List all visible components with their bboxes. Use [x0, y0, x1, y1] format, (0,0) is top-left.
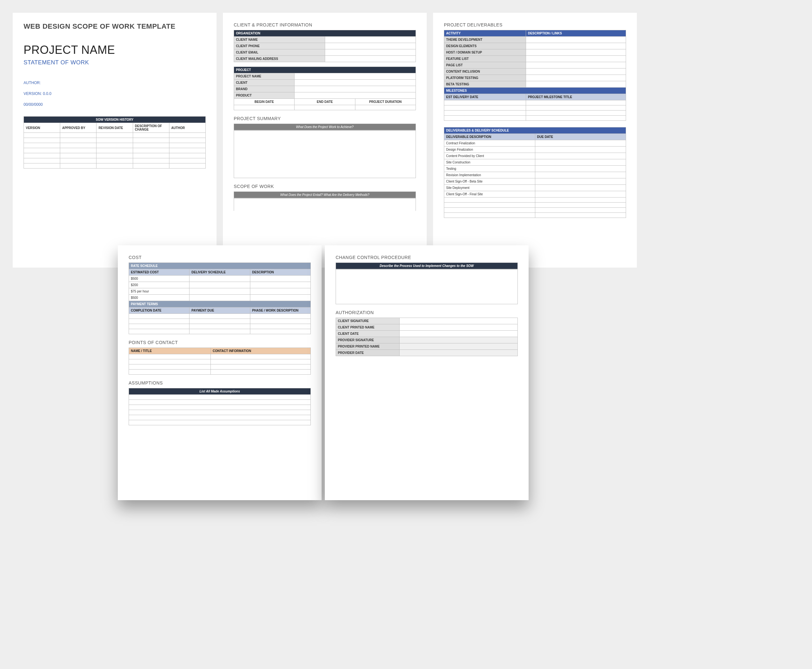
author-label: AUTHOR: [23, 81, 206, 85]
scope-prompt: What Does the Project Entail? What Are t… [234, 192, 416, 198]
authorization-table: CLIENT SIGNATURE CLIENT PRINTED NAME CLI… [336, 318, 518, 356]
table-row: FEATURE LIST [444, 56, 626, 62]
table-row: CLIENT [234, 80, 416, 86]
table-row: Site Construction [444, 159, 626, 166]
table-row: CLIENT DATE [336, 331, 518, 337]
table-row: PRODUCT [234, 92, 416, 99]
table-row: $75 per hour [129, 288, 311, 295]
table-row: BEGIN DATE END DATE PROJECT DURATION [234, 99, 416, 105]
assumptions-table: List All Made Assumptions [129, 388, 311, 425]
table-row [444, 213, 626, 218]
table-row: $500 [129, 276, 311, 282]
col-version: VERSION [24, 123, 60, 133]
table-row: CLIENT PHONE [234, 43, 416, 49]
section-scope-of-work: SCOPE OF WORK [234, 184, 416, 189]
col-project-milestone-title: PROJECT MILESTONE TITLE [526, 94, 626, 100]
template-title: WEB DESIGN SCOPE OF WORK TEMPLATE [23, 22, 206, 30]
table-row [129, 370, 311, 375]
col-author: AUTHOR [169, 123, 205, 133]
table-row: Content Provided by Client [444, 153, 626, 159]
table-row: $500 [129, 295, 311, 301]
table-row: Design Finalization [444, 146, 626, 153]
table-row [129, 400, 311, 405]
change-control-textarea [336, 269, 518, 304]
table-row: BETA TESTING [444, 81, 626, 87]
col-payment-due: PAYMENT DUE [190, 308, 250, 314]
table-row: HOST / DOMAIN SETUP [444, 49, 626, 56]
page-5: CHANGE CONTROL PROCEDURE Describe the Pr… [325, 245, 528, 500]
section-client-project-info: CLIENT & PROJECT INFORMATION [234, 22, 416, 27]
table-row [129, 395, 311, 400]
payment-terms-header: PAYMENT TERMS [129, 301, 311, 308]
table-row [129, 314, 311, 319]
section-authorization: AUTHORIZATION [336, 310, 518, 315]
table-row [444, 203, 626, 208]
col-description: DESCRIPTION [250, 269, 310, 276]
table-row: CLIENT SIGNATURE [336, 318, 518, 324]
col-contact-information: CONTACT INFORMATION [210, 348, 310, 354]
table-row [24, 158, 206, 163]
history-header: SOW VERSION HISTORY [24, 117, 206, 123]
project-table: PROJECT PROJECT NAME CLIENT BRAND PRODUC… [234, 67, 416, 110]
table-row [444, 208, 626, 213]
table-row: THEME DEVELOPMENT [444, 37, 626, 43]
table-row: CLIENT MAILING ADDRESS [234, 56, 416, 62]
change-control-box: Describe the Process Used to Implement C… [336, 262, 518, 269]
table-row [444, 106, 626, 111]
summary-prompt: What Does the Project Work to Achieve? [234, 124, 416, 130]
delivery-schedule-table: DELIVERABLES & DELIVERY SCHEDULE DELIVER… [444, 127, 626, 218]
col-completion-date: COMPLETION DATE [129, 308, 190, 314]
table-row [24, 143, 206, 148]
col-est-delivery-date: EST DELIVERY DATE [444, 94, 526, 100]
table-row: CONTENT INCLUSION [444, 69, 626, 75]
table-row: DESIGN ELEMENTS [444, 43, 626, 49]
table-row: PLATFORM TESTING [444, 75, 626, 81]
table-row: Site Deployment [444, 185, 626, 191]
scope-box: What Does the Project Entail? What Are t… [234, 192, 416, 198]
table-row: BRAND [234, 86, 416, 92]
project-header: PROJECT [234, 67, 416, 73]
project-title: PROJECT NAME [23, 43, 206, 57]
col-description-of-change: DESCRIPTION OF CHANGE [133, 123, 169, 133]
milestones-header: MILESTONES [444, 87, 626, 94]
rate-schedule-table: RATE SCHEDULE ESTIMATED COST DELIVERY SC… [129, 262, 311, 334]
table-row [24, 138, 206, 143]
organization-table: ORGANIZATION CLIENT NAME CLIENT PHONE CL… [234, 30, 416, 62]
table-row [129, 324, 311, 329]
table-row [444, 100, 626, 106]
col-description-links: DESCRIPTION / LINKS [526, 30, 626, 37]
page-3: PROJECT DELIVERABLES ACTIVITY DESCRIPTIO… [433, 13, 637, 267]
table-row: Contract Finalization [444, 140, 626, 146]
date-label: 00/00/0000 [23, 102, 206, 107]
section-assumptions: ASSUMPTIONS [129, 380, 311, 385]
project-summary-box: What Does the Project Work to Achieve? [234, 124, 416, 130]
col-revision-date: REVISION DATE [96, 123, 133, 133]
col-phase-work-description: PHASE / WORK DESCRIPTION [250, 308, 310, 314]
table-row: $200 [129, 282, 311, 288]
table-row: PROVIDER PRINTED NAME [336, 343, 518, 350]
col-delivery-schedule: DELIVERY SCHEDULE [190, 269, 250, 276]
rate-schedule-header: RATE SCHEDULE [129, 263, 311, 269]
table-row [129, 365, 311, 370]
scope-textarea [234, 198, 416, 211]
table-row: Revision Implementation [444, 172, 626, 178]
points-of-contact-table: NAME / TITLE CONTACT INFORMATION [129, 348, 311, 375]
table-row [24, 163, 206, 168]
section-project-summary: PROJECT SUMMARY [234, 116, 416, 121]
table-row [24, 153, 206, 158]
table-row [129, 415, 311, 420]
table-row: CLIENT EMAIL [234, 49, 416, 56]
change-control-prompt: Describe the Process Used to Implement C… [336, 263, 518, 269]
section-change-control: CHANGE CONTROL PROCEDURE [336, 255, 518, 260]
col-estimated-cost: ESTIMATED COST [129, 269, 190, 276]
table-row [24, 148, 206, 153]
version-label: VERSION: 0.0.0 [23, 91, 206, 96]
section-cost: COST [129, 255, 311, 260]
page-1: WEB DESIGN SCOPE OF WORK TEMPLATE PROJEC… [13, 13, 216, 267]
table-row: CLIENT NAME [234, 37, 416, 43]
table-row [129, 420, 311, 425]
page-2: CLIENT & PROJECT INFORMATION ORGANIZATIO… [223, 13, 427, 267]
table-row: PAGE LIST [444, 62, 626, 69]
table-row: PROVIDER SIGNATURE [336, 337, 518, 343]
statement-of-work-subtitle: STATEMENT OF WORK [23, 59, 206, 66]
